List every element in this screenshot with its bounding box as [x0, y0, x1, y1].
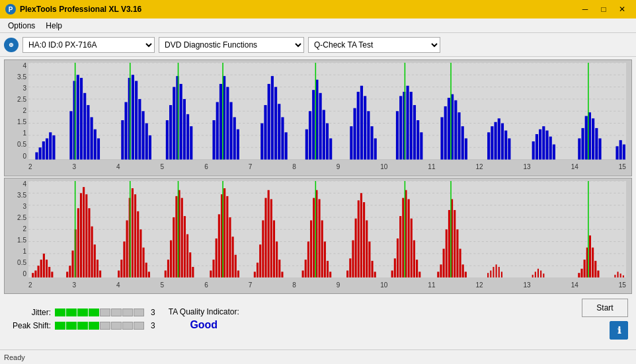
svg-rect-229 — [408, 199, 410, 277]
svg-rect-21 — [91, 117, 93, 159]
svg-rect-242 — [456, 229, 458, 277]
svg-rect-216 — [358, 200, 360, 277]
svg-rect-200 — [302, 270, 304, 277]
svg-rect-15 — [69, 111, 72, 159]
svg-rect-133 — [40, 260, 42, 277]
svg-rect-107 — [545, 131, 548, 160]
svg-rect-93 — [461, 126, 464, 159]
svg-rect-112 — [585, 116, 588, 160]
svg-rect-206 — [318, 199, 320, 277]
svg-rect-238 — [446, 229, 448, 277]
svg-rect-158 — [134, 194, 136, 277]
svg-rect-163 — [148, 272, 150, 277]
jitter-label: Jitter: — [8, 308, 51, 317]
title-text: PlexTools Professional XL V3.16 — [20, 5, 141, 14]
svg-rect-183 — [226, 196, 228, 277]
svg-rect-201 — [305, 260, 307, 277]
svg-rect-251 — [498, 267, 500, 277]
svg-rect-262 — [589, 235, 591, 277]
svg-rect-233 — [418, 272, 420, 277]
svg-rect-59 — [281, 117, 284, 159]
svg-rect-91 — [454, 100, 457, 160]
svg-rect-174 — [189, 252, 191, 277]
minimize-button[interactable]: ─ — [576, 3, 594, 16]
svg-rect-109 — [553, 145, 555, 160]
svg-rect-37 — [173, 87, 175, 160]
bottom-controls: Jitter: 3 Peak Shift: — [4, 294, 632, 344]
menu-options[interactable]: Options — [3, 20, 40, 32]
button-area: Start ℹ — [582, 299, 628, 340]
status-text: Ready — [4, 353, 25, 361]
svg-rect-72 — [357, 92, 360, 160]
test-select[interactable]: Q-Check TA Test — [308, 37, 440, 53]
svg-rect-172 — [184, 216, 186, 277]
svg-rect-120 — [623, 145, 625, 160]
info-button[interactable]: ℹ — [610, 321, 628, 340]
svg-rect-207 — [321, 220, 323, 277]
svg-rect-245 — [465, 272, 467, 277]
svg-rect-222 — [374, 272, 376, 277]
svg-rect-212 — [346, 270, 348, 277]
svg-rect-165 — [165, 270, 167, 277]
bottom-chart-x-axis: 2 3 4 5 6 7 8 9 10 11 12 13 14 15 — [28, 279, 626, 291]
svg-rect-154 — [123, 241, 125, 277]
svg-rect-66 — [323, 110, 325, 159]
svg-rect-85 — [420, 132, 422, 159]
svg-rect-82 — [410, 92, 413, 160]
toolbar: ⊕ HA:0 ID:0 PX-716A DVD Diagnostic Funct… — [0, 33, 636, 57]
svg-rect-9 — [35, 153, 38, 160]
app-icon: P — [5, 4, 16, 15]
svg-rect-267 — [614, 274, 616, 277]
svg-rect-134 — [43, 253, 45, 277]
svg-rect-215 — [355, 218, 357, 277]
svg-rect-231 — [413, 240, 415, 277]
svg-rect-199 — [281, 272, 283, 277]
peak-shift-label: Peak Shift: — [8, 321, 51, 330]
maximize-button[interactable]: □ — [595, 3, 612, 16]
svg-rect-77 — [374, 138, 377, 159]
svg-rect-148 — [94, 244, 96, 277]
svg-rect-173 — [186, 234, 188, 277]
svg-rect-78 — [396, 111, 399, 159]
svg-rect-17 — [77, 75, 79, 159]
svg-rect-232 — [416, 260, 418, 277]
svg-rect-264 — [594, 260, 596, 277]
svg-rect-115 — [595, 128, 598, 160]
drive-select[interactable]: HA:0 ID:0 PX-716A — [22, 37, 155, 53]
peak-seg-1 — [55, 322, 65, 330]
bottom-chart-y-axis: 4 3.5 3 2.5 2 1.5 1 0.5 0 — [5, 181, 28, 278]
svg-rect-101 — [504, 131, 507, 160]
svg-rect-11 — [42, 141, 45, 159]
svg-rect-159 — [137, 211, 139, 277]
svg-rect-265 — [597, 270, 599, 277]
svg-rect-63 — [312, 90, 315, 159]
start-button[interactable]: Start — [582, 299, 628, 317]
jitter-bar — [55, 309, 144, 316]
svg-rect-152 — [118, 270, 120, 277]
svg-rect-130 — [32, 273, 34, 277]
svg-rect-150 — [99, 270, 101, 277]
svg-rect-182 — [223, 188, 225, 277]
svg-rect-239 — [448, 209, 450, 277]
svg-rect-50 — [233, 117, 236, 159]
svg-rect-39 — [180, 84, 182, 159]
function-select[interactable]: DVD Diagnostic Functions — [159, 37, 304, 53]
svg-rect-60 — [285, 132, 288, 159]
svg-rect-256 — [540, 270, 541, 277]
svg-rect-28 — [132, 75, 134, 159]
svg-rect-217 — [360, 193, 362, 277]
svg-rect-263 — [592, 247, 594, 277]
top-chart-inner — [28, 63, 626, 160]
svg-rect-190 — [257, 262, 258, 277]
jitter-seg-8 — [134, 309, 144, 316]
svg-rect-100 — [501, 124, 504, 160]
svg-rect-189 — [254, 272, 256, 277]
close-button[interactable]: ✕ — [614, 3, 631, 16]
main-content: 4 3.5 3 2.5 2 1.5 1 0.5 0 — [0, 57, 636, 349]
svg-rect-157 — [132, 188, 134, 277]
menu-help[interactable]: Help — [40, 20, 67, 32]
status-bar: Ready — [0, 349, 636, 364]
svg-rect-254 — [535, 272, 536, 277]
svg-rect-44 — [212, 120, 215, 160]
svg-rect-57 — [274, 87, 277, 160]
